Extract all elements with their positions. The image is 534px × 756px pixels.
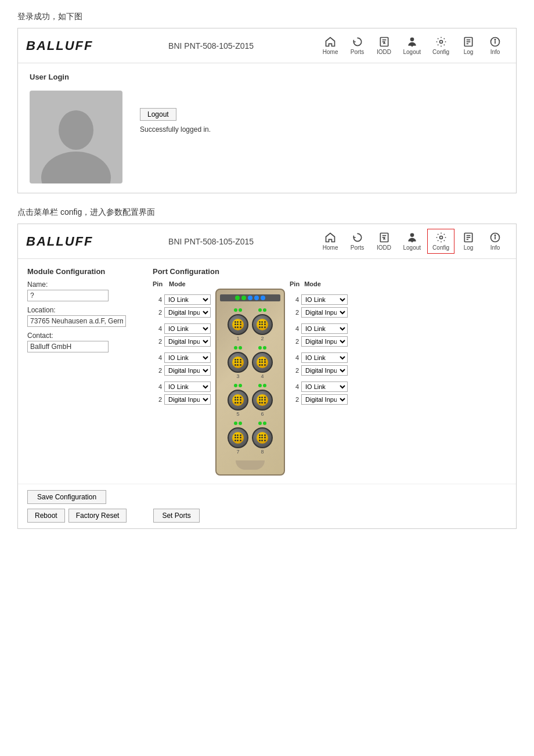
- device-top-strip: [220, 294, 280, 301]
- port1-left-pin4: 4: [153, 296, 162, 303]
- port1-left-mode4[interactable]: IO LinkDigital Input: [164, 294, 211, 305]
- reboot-button[interactable]: Reboot: [27, 509, 65, 523]
- device-name-1: BNI PNT-508-105-Z015: [104, 41, 317, 51]
- nav-config-1[interactable]: Config: [427, 33, 454, 58]
- port-num-3L: 5: [236, 411, 239, 417]
- pin-col-header-left: Pin: [153, 280, 167, 287]
- login-content: Logout Successfully logged in.: [30, 91, 504, 183]
- nav-ports-2[interactable]: Ports: [345, 229, 370, 254]
- nav-info-1[interactable]: Info: [482, 33, 508, 58]
- port1-right-row1: 4 IO LinkDigital Input: [290, 294, 348, 305]
- port1-right-pin4: 4: [290, 296, 299, 303]
- port4-right: 4 IO LinkDigital Input 2 Digital InputIO…: [290, 381, 348, 405]
- mode-col-header-left: Mode: [169, 280, 186, 287]
- port4-left-row2: 2 Digital InputIO Link: [153, 394, 211, 405]
- port2-right-row2: 2 Digital InputIO Link: [290, 336, 348, 347]
- nav-config-label-2: Config: [432, 244, 449, 251]
- port1-right-pin2: 2: [290, 309, 299, 316]
- nav-config-label-1: Config: [432, 49, 449, 55]
- bottom-buttons-area: Save Configuration Reboot Factory Reset …: [18, 484, 516, 528]
- port2-right-pin4: 4: [290, 325, 299, 332]
- nav-icons-1: Home Ports IODD: [317, 33, 508, 58]
- port-num-2L: 3: [236, 373, 239, 379]
- logout-button[interactable]: Logout: [140, 108, 176, 121]
- connector-pair-3: 5: [220, 383, 280, 417]
- nav-iodd-label-2: IODD: [377, 244, 391, 251]
- nav-home-label-1: Home: [323, 49, 338, 55]
- port2-left-mode4[interactable]: IO LinkDigital Input: [164, 323, 211, 334]
- svg-point-43: [263, 422, 266, 425]
- port4-right-pin2: 2: [290, 396, 299, 403]
- port3-right-mode2[interactable]: Digital InputIO Link: [301, 365, 348, 376]
- nav-iodd-2[interactable]: IODD: [371, 229, 397, 254]
- port-num-1L: 1: [236, 336, 239, 341]
- nav-info-2[interactable]: Info: [482, 229, 508, 254]
- led1: [235, 296, 240, 300]
- svg-point-3: [410, 38, 414, 42]
- success-text: Successfully logged in.: [140, 125, 211, 134]
- port1-right-mode4[interactable]: IO LinkDigital Input: [301, 294, 348, 305]
- port4-right-mode4[interactable]: IO LinkDigital Input: [301, 381, 348, 392]
- left-port-controls: Pin Mode 4 IO LinkDigital Input 2 Digita…: [153, 279, 211, 405]
- nav-log-2[interactable]: Log: [456, 229, 481, 254]
- port4-left-mode4[interactable]: IO LinkDigital Input: [164, 381, 211, 392]
- connector-pair-1: 1: [220, 307, 280, 341]
- panel1-header: BALLUFF BNI PNT-508-105-Z015 Home Ports: [18, 28, 516, 63]
- panel-login: BALLUFF BNI PNT-508-105-Z015 Home Ports: [17, 28, 517, 193]
- set-ports-button[interactable]: Set Ports: [153, 509, 199, 523]
- svg-point-29: [239, 308, 242, 312]
- port3-right-row2: 2 Digital InputIO Link: [290, 365, 348, 376]
- port4-right-mode2[interactable]: Digital InputIO Link: [301, 394, 348, 405]
- connector-pair-4: 7: [220, 420, 280, 455]
- port1-left-mode2[interactable]: Digital InputIO Link: [164, 307, 211, 318]
- login-info: Logout Successfully logged in.: [140, 91, 211, 134]
- connector-4R: [252, 427, 273, 448]
- port3-left-pin2: 2: [153, 367, 162, 374]
- nav-log-label-2: Log: [464, 244, 474, 251]
- nav-home-1[interactable]: Home: [317, 33, 344, 58]
- nav-config-2[interactable]: Config: [427, 229, 454, 254]
- svg-point-28: [234, 308, 237, 312]
- svg-point-30: [258, 308, 262, 312]
- port-config-panel: Port Configuration Pin Mode 4 IO LinkDig…: [153, 267, 507, 476]
- port2-right-mode2[interactable]: Digital InputIO Link: [301, 336, 348, 347]
- nav-iodd-1[interactable]: IODD: [371, 33, 397, 58]
- port-num-4L: 7: [236, 449, 239, 455]
- location-input[interactable]: [27, 315, 126, 327]
- port4-left-pin4: 4: [153, 383, 162, 390]
- svg-point-14: [41, 152, 111, 183]
- connector-2L: [228, 352, 248, 373]
- port2-right-mode4[interactable]: IO LinkDigital Input: [301, 323, 348, 334]
- factory-reset-button[interactable]: Factory Reset: [68, 509, 127, 523]
- nav-iodd-label-1: IODD: [377, 49, 391, 55]
- svg-point-35: [263, 346, 266, 350]
- port2-left-row2: 2 Digital InputIO Link: [153, 336, 211, 347]
- port3-left-row1: 4 IO LinkDigital Input: [153, 352, 211, 363]
- save-configuration-button[interactable]: Save Configuration: [27, 490, 106, 504]
- port3-right-pin4: 4: [290, 354, 299, 361]
- connector-1R: [252, 314, 273, 335]
- port4-left-mode2[interactable]: Digital InputIO Link: [164, 394, 211, 405]
- svg-point-42: [258, 422, 262, 425]
- port4-left-row1: 4 IO LinkDigital Input: [153, 381, 211, 392]
- nav-logout-1[interactable]: Logout: [398, 33, 427, 58]
- port-config-title: Port Configuration: [153, 267, 507, 276]
- port2-left-mode2[interactable]: Digital InputIO Link: [164, 336, 211, 347]
- nav-log-1[interactable]: Log: [456, 33, 481, 58]
- port3-right: 4 IO LinkDigital Input 2 Digital InputIO…: [290, 352, 348, 376]
- contact-input[interactable]: [27, 341, 109, 352]
- module-config-title: Module Configuration: [27, 267, 143, 276]
- port4-right-pin4: 4: [290, 383, 299, 390]
- avatar: [30, 91, 122, 183]
- nav-logout-2[interactable]: Logout: [398, 229, 427, 254]
- port3-right-mode4[interactable]: IO LinkDigital Input: [301, 352, 348, 363]
- name-input[interactable]: [27, 290, 109, 301]
- port-num-4R: 8: [261, 449, 264, 455]
- port3-left-mode4[interactable]: IO LinkDigital Input: [164, 352, 211, 363]
- nav-ports-1[interactable]: Ports: [345, 33, 370, 58]
- port2-right-pin2: 2: [290, 338, 299, 345]
- nav-home-2[interactable]: Home: [317, 229, 344, 254]
- led4: [254, 296, 259, 300]
- port3-left-mode2[interactable]: Digital InputIO Link: [164, 365, 211, 376]
- port1-right-mode2[interactable]: Digital InputIO Link: [301, 307, 348, 318]
